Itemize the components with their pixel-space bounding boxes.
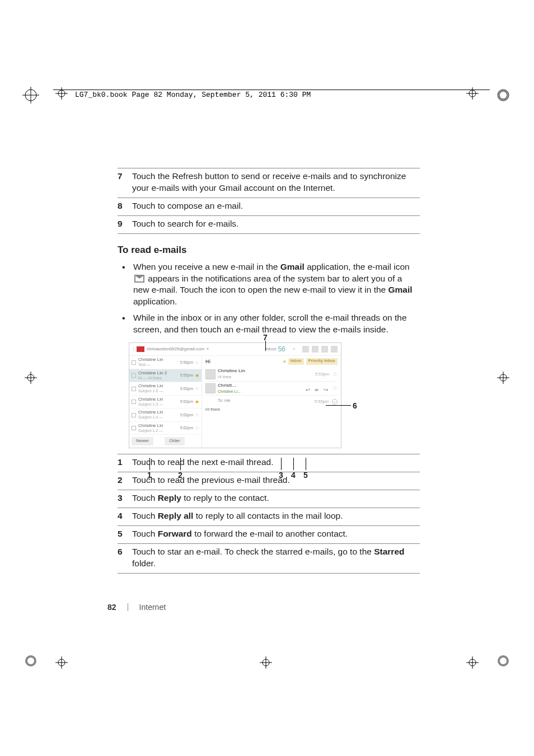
- row-num: 4: [118, 510, 132, 522]
- row-text: Touch to search for e-mails.: [132, 218, 420, 230]
- section-title: To read e-mails: [118, 244, 420, 257]
- avatar-icon: [205, 383, 216, 393]
- table-rule: [118, 233, 420, 234]
- bullet-text: application, the e-mail icon: [305, 262, 410, 271]
- crop-mark-icon: [22, 87, 39, 104]
- list-item[interactable]: Christine LinSubject 1-2 — 5:02pm☆: [129, 422, 202, 435]
- time: 5:55pm: [180, 373, 193, 378]
- from: Christine Lin 2: [138, 371, 180, 376]
- tag-inbox: Inbox: [288, 358, 304, 365]
- checkbox-icon[interactable]: [132, 360, 136, 365]
- time: 5:58pm: [180, 360, 193, 365]
- crop-mark-icon: [53, 654, 70, 671]
- checkbox-icon[interactable]: [132, 400, 136, 404]
- callout-2: 2: [178, 470, 182, 481]
- print-header-text: LG7_bk0.book Page 82 Monday, September 5…: [73, 91, 313, 99]
- mail-icon: [134, 275, 144, 283]
- row-num: 2: [118, 475, 132, 486]
- from: Christine Lin: [138, 358, 180, 363]
- time: 5:03pm: [180, 412, 193, 417]
- list-item[interactable]: Christine LinSubject 1-5 — 5:03pm☆: [129, 382, 202, 395]
- email-list: Christine LinTest — 5:58pm☆ Christine Li…: [129, 356, 202, 448]
- instruction-row-7: 7 Touch the Refresh button to send or re…: [118, 168, 420, 198]
- row-text: Touch to compose an e-mail.: [132, 200, 420, 212]
- desc-row-6: 6 Touch to star an e-mail. To check the …: [118, 543, 420, 573]
- star-icon[interactable]: ☆: [195, 411, 199, 418]
- star-icon[interactable]: ☆: [195, 425, 199, 431]
- svg-point-19: [27, 658, 34, 664]
- leader-line: [281, 458, 282, 470]
- search-icon[interactable]: ⌕: [293, 346, 299, 353]
- row-num: 1: [118, 457, 132, 468]
- row-num: 6: [118, 546, 132, 570]
- inbox-label: Inbox: [265, 346, 277, 353]
- preview: Christine Li...: [218, 389, 241, 394]
- time: 5:03pm: [180, 386, 193, 391]
- callout-5: 5: [303, 470, 308, 481]
- details-icon[interactable]: ‹: [332, 399, 338, 405]
- refresh-icon[interactable]: [312, 346, 318, 353]
- callout-3: 3: [279, 470, 283, 481]
- callout-4: 4: [291, 470, 296, 481]
- row-text: Touch Reply to reply to the contact.: [132, 492, 420, 504]
- checkbox-icon[interactable]: [132, 426, 136, 430]
- instruction-row-8: 8 Touch to compose an e-mail.: [118, 198, 420, 215]
- row-text: Touch to star an e-mail. To check the st…: [132, 546, 420, 570]
- star-icon[interactable]: ☆: [332, 384, 338, 392]
- bullet-text: application.: [133, 297, 177, 306]
- sub: Hi — Hi there: [138, 376, 180, 381]
- print-header-rule: [53, 90, 490, 90]
- email-body: Hi there: [205, 407, 338, 412]
- list-item[interactable]: Christine LinSubject 1-4 — 5:03pm☆: [129, 408, 202, 421]
- leader-line: [265, 341, 266, 351]
- gmail-label: Gmail: [280, 262, 305, 271]
- list-item[interactable]: Christine Lin 2Hi — Hi there 5:55pm★: [129, 369, 202, 382]
- sub: Test —: [138, 363, 180, 367]
- reply-icon[interactable]: ↩: [306, 386, 311, 391]
- trash-icon[interactable]: [321, 346, 328, 353]
- crop-mark-icon: [22, 652, 39, 669]
- leader-line: [293, 458, 294, 470]
- star-icon[interactable]: ★: [195, 398, 199, 405]
- checkbox-icon[interactable]: [132, 387, 136, 391]
- row-num: 9: [118, 218, 132, 230]
- newer-button[interactable]: Newer: [132, 437, 153, 445]
- forward-icon[interactable]: ↪: [324, 386, 329, 391]
- list-item[interactable]: Christine LinSubject 1-3 — 5:03pm★: [129, 396, 202, 408]
- message-row-expanded[interactable]: Christi…Christine Li... ↩ ↞ ↪ ☆: [205, 382, 338, 396]
- reply-all-icon[interactable]: ↞: [315, 386, 320, 391]
- footer-section: Internet: [139, 603, 166, 612]
- crop-mark-icon: [464, 654, 481, 671]
- leader-line: [180, 458, 181, 470]
- message-row[interactable]: Christine LinHi there 5:53pm ☆: [205, 367, 338, 381]
- older-button[interactable]: Older: [165, 437, 185, 445]
- checkbox-icon[interactable]: [132, 413, 136, 417]
- gmail-screenshot: 〈 chrisausten0928@gmail.com ▾ Inbox 56 ⌕…: [129, 342, 341, 448]
- star-icon[interactable]: ☆: [195, 385, 199, 392]
- star-icon[interactable]: ★: [195, 372, 199, 379]
- crop-mark-icon: [464, 85, 481, 102]
- star-icon[interactable]: ☆: [195, 359, 199, 366]
- email-view: Hi » Inbox Priority Inbox Christine LinH…: [202, 356, 341, 448]
- crop-mark-icon: [495, 652, 512, 669]
- callout-6: 6: [353, 401, 357, 411]
- list-item[interactable]: Christine LinTest — 5:58pm☆: [129, 356, 202, 369]
- checkbox-icon[interactable]: [132, 373, 136, 378]
- from: Christine Lin: [138, 410, 180, 415]
- email-subject: Hi: [205, 358, 210, 365]
- bullet-1: When you receive a new e-mail in the Gma…: [118, 261, 420, 308]
- time: 5:02pm: [180, 425, 193, 430]
- sub: Subject 1-3 —: [138, 402, 180, 407]
- crop-mark-icon: [257, 654, 274, 671]
- compose-icon[interactable]: [302, 346, 309, 353]
- from: Christine Lin: [138, 424, 180, 429]
- crop-mark-icon: [495, 369, 512, 386]
- time: 5:03pm: [180, 399, 193, 404]
- msg-time: 5:53pm: [315, 372, 329, 377]
- row-text: Touch Reply all to reply to all contacts…: [132, 510, 420, 522]
- desc-row-3: 3 Touch Reply to reply to the contact.: [118, 490, 420, 508]
- to-line: To: me: [218, 398, 231, 403]
- preview: Hi there: [218, 374, 245, 379]
- star-icon[interactable]: ☆: [332, 370, 338, 378]
- menu-icon[interactable]: [331, 346, 338, 353]
